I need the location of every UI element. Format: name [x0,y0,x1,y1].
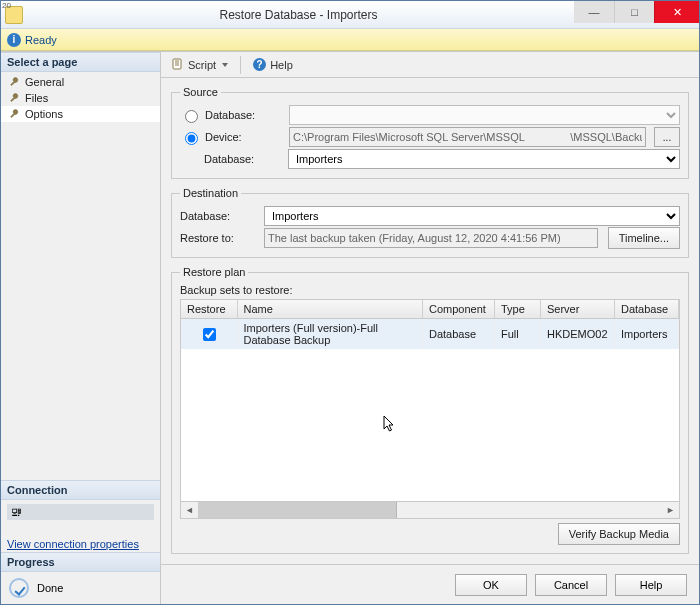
grid-horizontal-scrollbar[interactable]: ◄ ► [180,502,680,519]
cancel-button[interactable]: Cancel [535,574,607,596]
content-area: Source Database: Device: ... Database: [161,78,699,564]
window-title: Restore Database - Importers [23,8,574,22]
help-icon: ? [253,58,266,71]
help-label: Help [270,59,293,71]
connection-server-row: 🖳 [7,504,154,520]
info-icon: i [7,33,21,47]
wrench-icon [9,109,20,120]
source-device-label: Device: [205,131,285,143]
app-icon [5,6,23,24]
scroll-right-arrow[interactable]: ► [662,502,679,518]
progress-status-text: Done [37,582,63,594]
connection-body: 🖳 [1,500,160,528]
server-icon: 🖳 [11,506,22,518]
select-page-header: Select a page [1,52,160,72]
source-group: Source Database: Device: ... Database: [171,86,689,179]
source-database-radio[interactable] [185,110,198,123]
device-path-field [289,127,646,147]
wrench-icon [9,77,20,88]
ok-button[interactable]: OK [455,574,527,596]
col-server[interactable]: Server [541,300,615,319]
scroll-left-arrow[interactable]: ◄ [181,502,198,518]
sidebar-item-label: Options [25,108,63,120]
script-label: Script [188,59,216,71]
maximize-button[interactable]: □ [614,1,654,23]
script-icon [171,58,184,71]
dialog-body: Select a page General Files Options Conn… [1,51,699,604]
source-legend: Source [180,86,221,98]
browse-device-button[interactable]: ... [654,127,680,147]
col-database[interactable]: Database [615,300,679,319]
toolbar: Script ? Help [161,52,699,78]
destination-database-label: Database: [180,210,260,222]
source-device-radio[interactable] [185,132,198,145]
help-button[interactable]: ? Help [249,56,297,73]
progress-header: Progress [1,552,160,572]
restore-plan-group: Restore plan Backup sets to restore: Res… [171,266,689,554]
wrench-icon [9,93,20,104]
scroll-thumb[interactable] [198,502,397,518]
toolbar-separator [240,56,241,74]
col-restore[interactable]: Restore [181,300,237,319]
titlebar[interactable]: Restore Database - Importers — □ ✕ [1,1,699,29]
source-backup-database-select[interactable]: Importers [288,149,680,169]
cell-component: Database [423,319,495,350]
done-icon [9,578,29,598]
restore-to-label: Restore to: [180,232,260,244]
status-text: Ready [25,34,57,46]
source-database-label: Database: [205,109,285,121]
restore-database-window: Restore Database - Importers — □ ✕ i Rea… [0,0,700,605]
destination-database-select[interactable]: Importers [264,206,680,226]
destination-group: Destination Database: Importers Restore … [171,187,689,258]
restore-plan-legend: Restore plan [180,266,248,278]
backup-sets-grid[interactable]: Restore Name Component Type Server Datab… [180,299,680,502]
sidebar-item-label: Files [25,92,48,104]
timeline-button[interactable]: Timeline... [608,227,680,249]
restore-row-checkbox[interactable] [203,328,216,341]
col-type[interactable]: Type [495,300,541,319]
cell-type: Full [495,319,541,350]
main-panel: Script ? Help Source Database: [161,52,699,604]
page-list: General Files Options [1,72,160,124]
progress-body: Done [1,572,160,604]
cell-server: HKDEMO02 [541,319,615,350]
sidebar-item-options[interactable]: Options [1,106,160,122]
dialog-button-row: OK Cancel Help [161,564,699,604]
script-button[interactable]: Script [167,56,232,73]
table-row[interactable]: Importers (Full version)-Full Database B… [181,319,679,350]
restore-to-field [264,228,598,248]
minimize-button[interactable]: — [574,1,614,23]
help-dialog-button[interactable]: Help [615,574,687,596]
destination-legend: Destination [180,187,241,199]
col-component[interactable]: Component [423,300,495,319]
sidebar: Select a page General Files Options Conn… [1,52,161,604]
view-connection-properties-link[interactable]: View connection properties [1,528,160,552]
backup-sets-subtitle: Backup sets to restore: [180,284,680,296]
col-name[interactable]: Name [237,300,423,319]
sidebar-item-general[interactable]: General [1,74,160,90]
cell-name: Importers (Full version)-Full Database B… [237,319,423,350]
connection-header: Connection [1,480,160,500]
source-backup-database-label: Database: [204,153,284,165]
grid-header-row: Restore Name Component Type Server Datab… [181,300,679,319]
chevron-down-icon [222,63,228,67]
close-button[interactable]: ✕ [654,1,699,23]
sidebar-item-files[interactable]: Files [1,90,160,106]
sidebar-item-label: General [25,76,64,88]
source-database-select[interactable] [289,105,680,125]
status-strip: i Ready [1,29,699,51]
cell-database: Importers [615,319,679,350]
verify-backup-media-button[interactable]: Verify Backup Media [558,523,680,545]
